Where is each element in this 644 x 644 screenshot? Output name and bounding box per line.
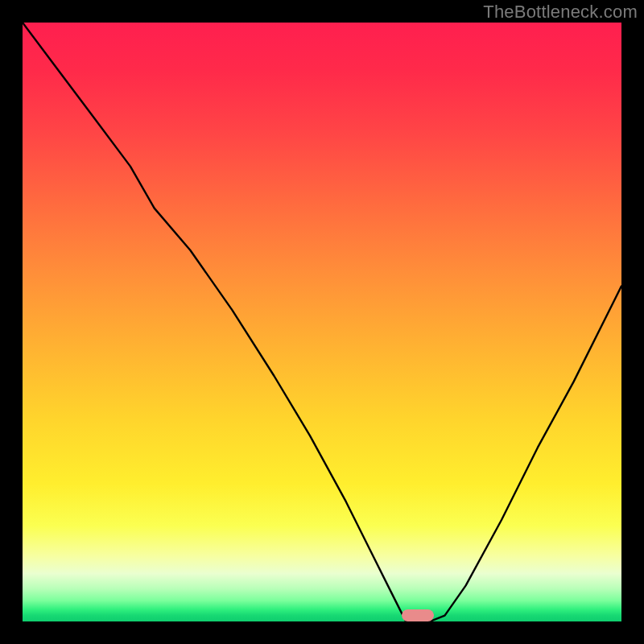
plot-area: [23, 23, 621, 621]
bottleneck-curve: [23, 23, 621, 621]
curve-svg: [23, 23, 621, 621]
watermark-text: TheBottleneck.com: [483, 2, 638, 23]
chart-frame: TheBottleneck.com: [0, 0, 644, 644]
optimal-range-marker: [402, 609, 435, 621]
